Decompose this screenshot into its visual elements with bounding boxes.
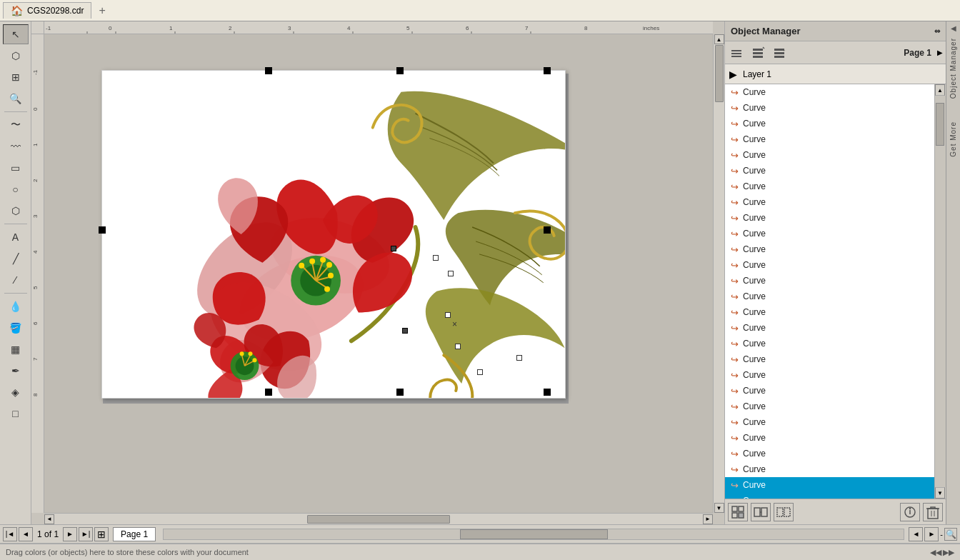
page-scroll-thumb[interactable] [460,529,608,539]
obj-list-item-21[interactable]: ↪ Curve [725,399,934,414]
rectangle-tool-button[interactable]: ▭ [3,158,29,178]
shape-edit-tool-button[interactable]: ⬡ [3,46,29,66]
obj-list-item-18[interactable]: ↪ Curve [725,351,934,367]
blend-tool-button[interactable]: ◈ [3,382,29,402]
obj-scroll-down[interactable]: ▼ [935,487,945,499]
canvas-inner[interactable]: × [44,34,713,513]
scroll-left-page[interactable]: ◄ [909,527,923,541]
page-expand-arrow[interactable]: ▶ [937,49,943,56]
strip-up-arrow[interactable]: ◀ [951,24,956,32]
obj-list-item-24[interactable]: ↪ Curve [725,446,934,461]
first-page-button[interactable]: |◄ [3,527,17,541]
v-scroll-track[interactable] [715,44,724,503]
h-scroll-thumb[interactable] [307,515,450,524]
scroll-right-arrow[interactable]: ► [703,514,713,524]
obj-scroll-up[interactable]: ▲ [935,84,945,96]
text-tool-button[interactable]: A [3,227,29,247]
freehand-tool-button[interactable]: 〜 [3,115,29,135]
status-fwd-arrow[interactable]: ▶▶ [943,548,954,557]
obj-list-item-16[interactable]: ↪ Curve [725,320,934,336]
add-page-button[interactable]: ⊞ [94,527,109,541]
obj-list-item-15[interactable]: ↪ Curve [725,304,934,320]
object-list[interactable]: ↪ Curve ↪ Curve ↪ Curve ↪ Curve ↪ Curve … [725,84,934,499]
obj-list-item-9[interactable]: ↪ Curve [725,210,934,226]
zoom-out-button[interactable]: - [940,530,943,539]
obj-scroll-thumb[interactable] [936,103,944,146]
prev-page-button[interactable]: ◄ [19,527,33,541]
canvas-viewport[interactable]: × [44,34,713,513]
obj-list-item-19[interactable]: ↪ Curve [725,367,934,383]
obj-list-item-8[interactable]: ↪ Curve [725,194,934,210]
node-5[interactable] [402,328,408,334]
new-object-button[interactable] [728,503,748,521]
obj-list-item-27[interactable]: ↪ Curve [725,493,934,499]
obj-list-item-20[interactable]: ↪ Curve [725,383,934,399]
zoom-icon[interactable]: 🔍 [944,528,957,541]
obj-list-item-6[interactable]: ↪ Curve [725,163,934,179]
select-tool-button[interactable]: ↖ [3,24,29,44]
node-3[interactable] [391,246,396,251]
expand-arrows-icon[interactable]: ⇔ [934,27,940,35]
connector-tool-button[interactable]: ∕ [3,270,29,290]
page-scroll-track[interactable] [163,529,904,540]
page-canvas[interactable]: × [101,70,566,399]
group-button[interactable] [751,503,771,521]
node-2[interactable] [448,271,454,276]
layer-expand-icon[interactable]: ▶ [729,69,737,80]
obj-list-item-3[interactable]: ↪ Curve [725,116,934,131]
node-6[interactable] [455,344,461,349]
obj-list-item-12[interactable]: ↪ Curve [725,257,934,273]
object-manager-tab-label[interactable]: Object Manager [949,38,957,99]
ellipse-tool-button[interactable]: ○ [3,179,29,199]
obj-scroll-track[interactable] [935,96,946,487]
obj-list-item-17[interactable]: ↪ Curve [725,336,934,351]
zoom-tool-button[interactable]: 🔍 [3,89,29,109]
v-scrollbar[interactable]: ▲ ▼ [713,34,724,513]
eyedropper-tool-button[interactable]: 💧 [3,296,29,316]
status-back-arrow[interactable]: ◀◀ [930,548,941,557]
new-master-layer-button[interactable] [749,44,768,61]
scroll-down-arrow[interactable]: ▼ [714,503,724,513]
new-layer-button[interactable] [728,44,746,61]
obj-properties-button[interactable] [900,503,920,521]
crop-tool-button[interactable]: ⊞ [3,67,29,87]
h-scroll-track[interactable] [54,514,703,524]
obj-list-item-25[interactable]: ↪ Curve [725,461,934,477]
h-scrollbar[interactable]: ◄ ► [44,513,713,524]
file-tab[interactable]: 🏠 CGS20298.cdr [3,2,91,19]
node-8[interactable] [516,355,522,361]
page-tab[interactable]: Page 1 [113,527,156,541]
node-4[interactable] [445,312,451,318]
next-page-button[interactable]: ► [63,527,77,541]
obj-list-item-13[interactable]: ↪ Curve [725,273,934,289]
get-more-tab-label[interactable]: Get More [949,121,957,157]
obj-list-item-23[interactable]: ↪ Curve [725,430,934,446]
obj-list-item-1[interactable]: ↪ Curve [725,84,934,100]
polygon-tool-button[interactable]: ⬡ [3,201,29,221]
obj-list-item-5[interactable]: ↪ Curve [725,147,934,163]
new-tab-button[interactable]: + [94,4,109,17]
delete-object-button[interactable] [923,503,943,521]
obj-list-item-26[interactable]: ↪ Curve [725,477,934,493]
obj-list-item-7[interactable]: ↪ Curve [725,179,934,194]
new-guided-layer-button[interactable]: + [771,44,789,61]
v-scroll-thumb[interactable] [715,45,724,102]
dimension-tool-button[interactable]: ╱ [3,249,29,269]
obj-list-item-10[interactable]: ↪ Curve [725,226,934,241]
scroll-right-page[interactable]: ► [924,527,939,541]
obj-list-item-11[interactable]: ↪ Curve [725,241,934,257]
shadow-tool-button[interactable]: □ [3,404,29,424]
obj-list-item-22[interactable]: ↪ Curve [725,414,934,430]
obj-list-item-4[interactable]: ↪ Curve [725,131,934,147]
calligraphy-tool-button[interactable]: ✒ [3,361,29,381]
scroll-up-arrow[interactable]: ▲ [714,34,724,44]
scroll-left-arrow[interactable]: ◄ [44,514,54,524]
smart-fill-button[interactable]: 〰 [3,136,29,156]
ungroup-button[interactable] [774,503,794,521]
obj-list-scrollbar[interactable]: ▲ ▼ [934,84,946,499]
canvas-area[interactable]: -1 0 1 2 3 4 5 6 7 [31,21,724,524]
last-page-button[interactable]: ►| [79,527,93,541]
obj-list-item-2[interactable]: ↪ Curve [725,100,934,116]
node-1[interactable] [433,255,439,261]
node-7[interactable] [477,369,483,375]
